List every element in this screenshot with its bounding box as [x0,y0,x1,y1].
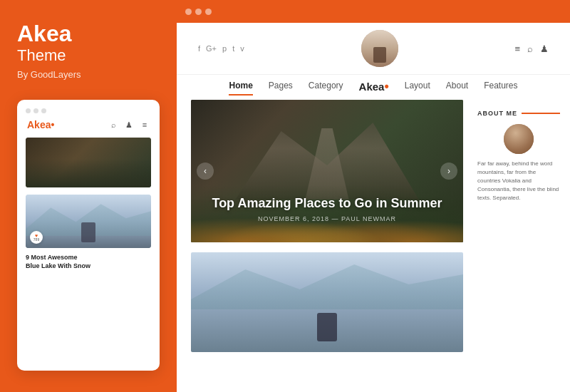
vimeo-icon[interactable]: v [240,44,244,53]
hero-text-block: Top Amazing Places to Go in Summer NOVEM… [212,196,442,222]
mobile-dot-2 [33,108,38,113]
site-content: ‹ › Top Amazing Places to Go in Summer N… [177,100,477,392]
googleplus-icon[interactable]: G+ [206,44,217,53]
about-me-line [522,113,560,114]
hero-slider: ‹ › Top Amazing Places to Go in Summer N… [191,100,463,242]
site-logo-center [361,30,398,67]
brand-by: By GoodLayers [17,69,160,80]
social-icons: f G+ p t v [198,44,244,53]
lower-article-card [191,252,463,352]
twitter-icon[interactable]: t [232,44,234,53]
nav-item-home[interactable]: Home [229,79,252,94]
mobile-hero: Top Amazing Places to Go in Summer NOVEM… [26,138,151,187]
mobile-logo: Akea• [27,119,54,130]
site-header: f G+ p t v ≡ ⌕ ♟ [177,23,570,75]
pinterest-icon[interactable]: p [222,44,227,53]
browser-dots [185,9,212,15]
mobile-nav-icons: ⌕ ♟ ≡ [108,120,150,130]
lower-mountain [191,259,463,309]
hero-prev-button[interactable]: ‹ [197,163,214,180]
nav-item-pages[interactable]: Pages [269,79,293,94]
hero-next-button[interactable]: › [440,163,457,180]
site-sidebar: ABOUT ME Far far away, behind the word m… [477,100,570,392]
facebook-icon[interactable]: f [198,44,200,53]
brand-title: Akea [17,21,160,46]
brand-name: Akea Theme By GoodLayers [17,21,160,80]
brand-subtitle: Theme [17,46,160,65]
nav-item-about[interactable]: About [446,79,468,94]
header-action-icons: ≡ ⌕ ♟ [514,43,549,54]
lower-content [191,252,463,352]
mobile-browser-dots [26,108,151,113]
nav-item-features[interactable]: Features [484,79,517,94]
cart-icon[interactable]: ♟ [540,43,549,54]
mobile-dot-1 [26,108,31,113]
mobile-person-figure [81,222,95,242]
about-avatar-bg [504,124,534,154]
browser-body: f G+ p t v ≡ ⌕ ♟ Home Pages Categ [177,23,570,392]
browser-chrome [177,0,570,23]
mobile-mockup: Akea• ⌕ ♟ ≡ Top Amazing Places to Go in … [17,100,160,371]
about-me-header: ABOUT ME [477,110,560,117]
nav-item-layout[interactable]: Layout [405,79,430,94]
site-nav: Home Pages Category Akea• Layout About F… [177,75,570,100]
about-me-section: ABOUT ME Far far away, behind the word m… [477,110,560,202]
mobile-article-title: 9 Most Awesome Blue Lake With Snow [26,254,151,270]
nav-item-category[interactable]: Category [309,79,343,94]
site-nav-logo: Akea• [359,79,389,94]
browser-dot-3 [205,9,212,15]
hamburger-icon[interactable]: ≡ [514,43,520,54]
mobile-cart-icon[interactable]: ♟ [124,120,134,130]
mobile-article-card: ♥ 789 [26,195,151,248]
mobile-dot-3 [41,108,46,113]
hero-meta: NOVEMBER 6, 2018 — PAUL NEWMAR [212,215,442,222]
browser-dot-2 [195,9,202,15]
site-main: ‹ › Top Amazing Places to Go in Summer N… [177,100,570,392]
right-panel: f G+ p t v ≡ ⌕ ♟ Home Pages Categ [177,0,570,392]
mobile-menu-icon[interactable]: ≡ [140,120,150,130]
about-me-text: Far far away, behind the word mountains,… [477,160,560,202]
left-panel: Akea Theme By GoodLayers Akea• ⌕ ♟ ≡ Top… [0,0,177,392]
mobile-search-icon[interactable]: ⌕ [108,120,118,130]
avatar-figure [373,47,386,63]
hero-title: Top Amazing Places to Go in Summer [212,196,442,211]
search-icon[interactable]: ⌕ [527,43,533,54]
about-me-avatar [504,124,534,154]
site-avatar [361,30,398,67]
browser-dot-1 [185,9,192,15]
mobile-like-count: 789 [33,238,39,242]
lower-person-figure [317,313,337,341]
mobile-nav: Akea• ⌕ ♟ ≡ [26,119,151,130]
